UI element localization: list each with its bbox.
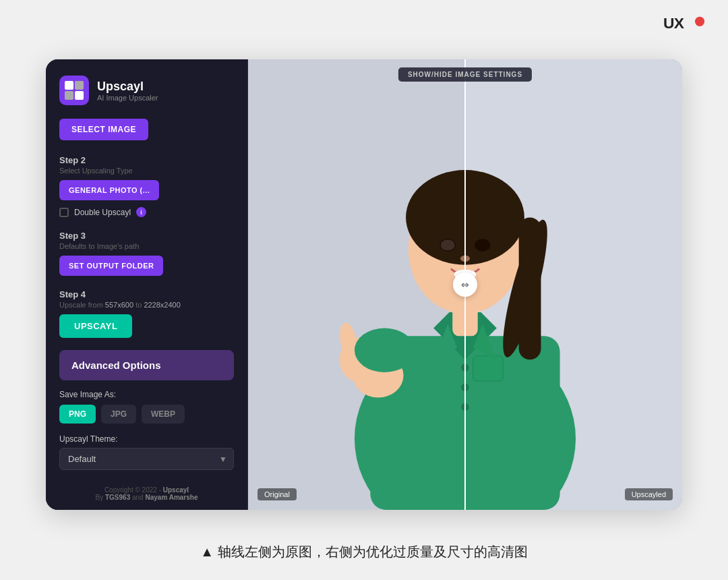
save-as-label: Save Image As: <box>59 390 234 399</box>
double-upscayl-label: Double Upscayl <box>74 208 131 217</box>
icon-cell-br <box>75 91 84 100</box>
brand-name: Upscayl <box>163 486 189 494</box>
set-output-button[interactable]: SET OUTPUT FOLDER <box>59 256 163 276</box>
label-original: Original <box>257 488 297 500</box>
copyright-line1: Copyright © 2022 - Upscayl <box>59 486 234 494</box>
svg-text:U: U <box>663 14 674 32</box>
step4-label: Step 4 <box>59 289 234 299</box>
info-badge[interactable]: i <box>136 207 146 217</box>
app-card: Upscayl AI Image Upscaler SELECT IMAGE S… <box>46 59 682 510</box>
copyright-line2: By TGS963 and Nayam Amarshe <box>59 494 234 501</box>
compare-divider-handle[interactable]: ⇔ <box>453 272 477 297</box>
logo-svg: U X <box>663 12 706 34</box>
step3-label: Step 3 <box>59 231 234 241</box>
svg-text:X: X <box>674 14 684 32</box>
app-icon-grid <box>65 81 84 100</box>
step2-label: Step 2 <box>59 155 234 165</box>
icon-cell-tl <box>65 81 73 90</box>
format-jpg-button[interactable]: JPG <box>101 405 136 424</box>
double-upscayl-checkbox[interactable] <box>59 208 69 217</box>
logo: U X <box>663 12 706 36</box>
image-compare-container: ⇔ Original Upscayled <box>248 59 682 510</box>
copyright: Copyright © 2022 - Upscayl By TGS963 and… <box>59 481 234 501</box>
show-hide-button[interactable]: SHOW/HIDE IMAGE SETTINGS <box>398 67 532 82</box>
advanced-options-button[interactable]: Advanced Options <box>59 350 234 380</box>
app-header: Upscayl AI Image Upscaler <box>59 76 234 105</box>
format-png-button[interactable]: PNG <box>59 405 96 424</box>
format-buttons: PNG JPG WEBP <box>59 405 234 424</box>
svg-rect-24 <box>473 355 504 381</box>
step3-sublabel: Defaults to Image's path <box>59 242 234 250</box>
main-image-area: SHOW/HIDE IMAGE SETTINGS <box>248 59 682 510</box>
svg-point-2 <box>695 17 704 26</box>
theme-label: Upscayl Theme: <box>59 434 234 444</box>
select-image-button[interactable]: SELECT IMAGE <box>59 119 148 140</box>
step2-sublabel: Select Upscaling Type <box>59 167 234 175</box>
app-title-block: Upscayl AI Image Upscaler <box>97 80 158 102</box>
upscaling-type-button[interactable]: GENERAL PHOTO (... <box>59 180 159 200</box>
arrows-icon: ⇔ <box>461 279 469 290</box>
theme-select-wrapper: Default Dark Light ▼ <box>59 448 234 470</box>
svg-point-27 <box>355 328 415 372</box>
app-icon <box>59 76 89 105</box>
to-size: 2228x2400 <box>144 301 180 309</box>
label-upscayled: Upscayled <box>625 488 673 500</box>
from-size: 557x600 <box>105 301 133 309</box>
app-title: Upscayl <box>97 80 158 94</box>
icon-cell-bl <box>65 91 73 100</box>
author2: Nayam Amarshe <box>145 494 198 501</box>
double-upscayl-row: Double Upscayl i <box>59 207 234 217</box>
theme-select[interactable]: Default Dark Light <box>59 448 234 470</box>
author1: TGS963 <box>105 494 130 501</box>
format-webp-button[interactable]: WEBP <box>142 405 185 424</box>
icon-cell-tr <box>75 81 84 90</box>
upscayl-button[interactable]: UPSCAYL <box>59 314 132 338</box>
app-subtitle: AI Image Upscaler <box>97 94 158 102</box>
step4-sublabel: Upscale from 557x600 to 2228x2400 <box>59 301 234 309</box>
sidebar: Upscayl AI Image Upscaler SELECT IMAGE S… <box>46 59 248 510</box>
svg-point-14 <box>475 239 490 252</box>
svg-point-15 <box>441 239 455 250</box>
caption-text: ▲ 轴线左侧为原图，右侧为优化过质量及尺寸的高清图 <box>200 543 527 561</box>
